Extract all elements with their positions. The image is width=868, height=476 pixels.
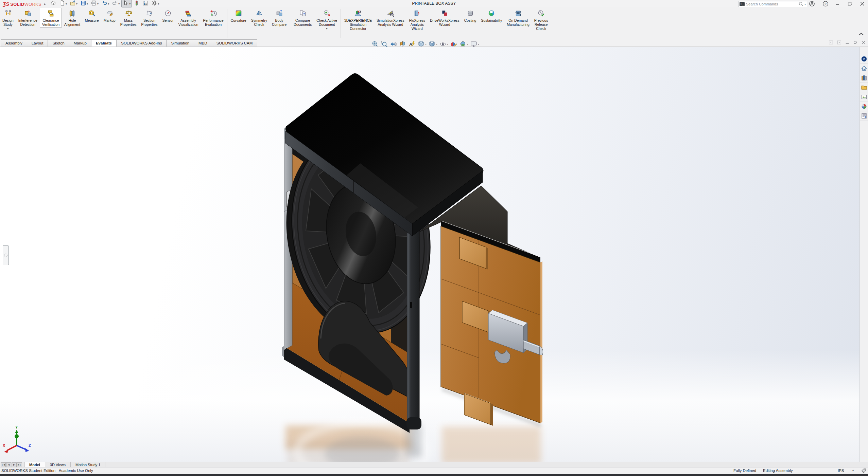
dropdown-arrow-icon[interactable]: ▾	[158, 2, 159, 5]
tab-layout[interactable]: Layout	[27, 39, 48, 47]
edit-appearance-button[interactable]	[450, 40, 457, 48]
taskpane-appearances-tab[interactable]	[860, 102, 868, 111]
document-minimize-button[interactable]	[845, 40, 850, 46]
document-close-button[interactable]	[861, 40, 866, 46]
ribbon-tool-driveworksxpress[interactable]: DriveWorksXpress Wizard	[428, 8, 462, 28]
ribbon-tool-section-properties[interactable]: Section Properties	[139, 8, 160, 28]
tab-solidworks-cam[interactable]: SOLIDWORKS CAM	[212, 39, 258, 47]
ribbon-tool-previous-release-check[interactable]: Previous Release Check	[532, 8, 551, 32]
search-icon[interactable]: ▾	[799, 2, 807, 6]
model-tab-3d-views[interactable]: 3D Views	[45, 462, 71, 468]
last-tab-button[interactable]: ▶❘	[17, 462, 22, 467]
display-style-button[interactable]: ▾	[428, 40, 437, 48]
app-restore-button[interactable]	[847, 1, 853, 8]
app-close-button[interactable]	[859, 1, 865, 8]
ribbon-tool-costing[interactable]: Costing	[462, 8, 479, 23]
zoom-to-area-button[interactable]	[381, 40, 388, 48]
next-tab-button[interactable]: ▶	[12, 462, 17, 467]
section-view-button[interactable]	[399, 40, 406, 48]
ribbon-tool-performance-evaluation[interactable]: Performance Evaluation	[201, 8, 226, 28]
view-settings-button[interactable]: ▾	[470, 40, 479, 48]
save-button[interactable]: ▾	[79, 0, 89, 7]
zoom-to-fit-button[interactable]	[371, 40, 379, 48]
first-tab-button[interactable]: ❘◀	[1, 462, 6, 467]
previous-view-button[interactable]	[390, 40, 397, 48]
document-restore-button[interactable]	[853, 40, 858, 46]
select-tool-button[interactable]: ▾	[121, 0, 132, 7]
3d-model-scene[interactable]	[0, 47, 868, 462]
app-minimize-button[interactable]	[835, 1, 841, 8]
tab-evaluate[interactable]: Evaluate	[91, 39, 117, 47]
file-properties-button[interactable]	[141, 0, 150, 7]
ribbon-tool-hole-alignment[interactable]: Hole Alignment	[62, 8, 83, 28]
units-dropdown-icon[interactable]: ▴	[852, 469, 854, 472]
new-document-button[interactable]: ▾	[58, 0, 68, 7]
help-icon[interactable]: ?	[822, 1, 829, 8]
dropdown-arrow-icon[interactable]: ▾	[436, 43, 437, 46]
dropdown-arrow-icon[interactable]: ▾	[97, 2, 99, 5]
dropdown-arrow-icon[interactable]: ▾	[129, 2, 131, 5]
home-button[interactable]	[49, 0, 57, 7]
taskpane-file-explorer-tab[interactable]	[860, 83, 868, 92]
ribbon-tool-design-study[interactable]: Design Study▾	[0, 8, 16, 31]
hide-show-items-button[interactable]: ▾	[439, 40, 448, 48]
rebuild-button[interactable]	[133, 0, 141, 7]
ribbon-tool-measure[interactable]: Measure	[83, 8, 101, 23]
tab-simulation[interactable]: Simulation	[166, 39, 194, 47]
dynamic-annotation-views-button[interactable]: A	[408, 40, 416, 48]
ribbon-tool-interference-detection[interactable]: Interference Detection	[16, 8, 40, 28]
options-button[interactable]: ▾	[150, 0, 160, 7]
ribbon-tool-assembly-visualization[interactable]: Assembly Visualization	[176, 8, 201, 28]
taskpane-home-tab[interactable]	[860, 64, 868, 73]
ribbon-tool-compare-documents[interactable]: ?Compare Documents	[291, 8, 314, 28]
taskpane-design-library-tab[interactable]	[860, 73, 868, 83]
ribbon-tool-check-active-document[interactable]: Check Active Document▾	[314, 8, 340, 31]
view-orientation-button[interactable]: ▾	[417, 40, 427, 48]
open-document-button[interactable]: ▾	[69, 0, 79, 7]
ribbon-tool-floxpress[interactable]: FloXpress Analysis Wizard	[407, 8, 428, 32]
tab-sketch[interactable]: Sketch	[48, 39, 69, 47]
units-selector[interactable]: IPS	[838, 469, 844, 473]
apply-scene-button[interactable]: ▾	[459, 40, 468, 48]
dropdown-arrow-icon[interactable]: ▾	[425, 43, 427, 46]
ribbon-tool-sensor[interactable]: Sensor	[160, 8, 176, 23]
ribbon-tool-on-demand-manufacturing[interactable]: On Demand Manufacturing	[504, 8, 532, 28]
dropdown-arrow-icon[interactable]: ▾	[326, 27, 328, 30]
dropdown-arrow-icon[interactable]: ▾	[478, 43, 479, 46]
print-button[interactable]: ▾	[90, 0, 100, 7]
dropdown-arrow-icon[interactable]: ▾	[87, 2, 88, 5]
tab-markup[interactable]: Markup	[69, 39, 91, 47]
tab-mbd[interactable]: MBD	[194, 39, 212, 47]
ribbon-tool-markup[interactable]: Markup	[101, 8, 118, 23]
dropdown-arrow-icon[interactable]: ▾	[118, 2, 120, 5]
undo-button[interactable]: ▾	[100, 0, 110, 7]
dropdown-arrow-icon[interactable]: ▾	[76, 2, 77, 5]
ribbon-tool-sustainability[interactable]: Sustainability	[479, 8, 504, 23]
taskpane-custom-properties-tab[interactable]	[860, 111, 868, 121]
tag-icon[interactable]	[861, 468, 866, 474]
tab-assembly[interactable]: Assembly	[1, 39, 27, 47]
ribbon-tool-symmetry-check[interactable]: Symmetry Check	[249, 8, 270, 28]
dropdown-arrow-icon[interactable]: ▾	[7, 27, 8, 30]
ribbon-tool-clearance-verification[interactable]: Clearance Verification	[40, 8, 62, 28]
collapse-left-pane-button[interactable]	[829, 40, 833, 46]
collapse-right-pane-button[interactable]	[837, 40, 841, 46]
search-commands-box[interactable]: >_ Search Commands ▾	[739, 1, 807, 7]
user-account-icon[interactable]	[809, 1, 815, 8]
dropdown-arrow-icon[interactable]: ▾	[447, 43, 448, 46]
ribbon-tool-mass-properties[interactable]: Mass Properties	[118, 8, 139, 28]
ribbon-tool-3dexperience-connector[interactable]: 3DEXPERIENCE Simulation Connector	[342, 8, 374, 32]
feature-manager-collapsed-tab[interactable]	[3, 245, 9, 265]
ribbon-tool-body-compare[interactable]: ?Body Compare	[270, 8, 289, 28]
graphics-area[interactable]: X Y Z	[0, 47, 868, 462]
tab-solidworks-add-ins[interactable]: SOLIDWORKS Add-Ins	[116, 39, 167, 47]
previous-tab-button[interactable]: ◀	[6, 462, 11, 467]
dropdown-arrow-icon[interactable]: ▾	[66, 2, 67, 5]
ribbon-tool-curvature[interactable]: Curvature	[228, 8, 249, 23]
dropdown-arrow-icon[interactable]: ▾	[467, 43, 468, 46]
front-corner-pillar[interactable]	[406, 222, 421, 429]
dropdown-arrow-icon[interactable]: ▾	[108, 2, 109, 5]
taskpane-view-palette-tab[interactable]	[860, 92, 868, 102]
model-tab-model[interactable]: Model	[24, 462, 45, 468]
taskpane-3dexperience-tab[interactable]	[860, 54, 868, 64]
